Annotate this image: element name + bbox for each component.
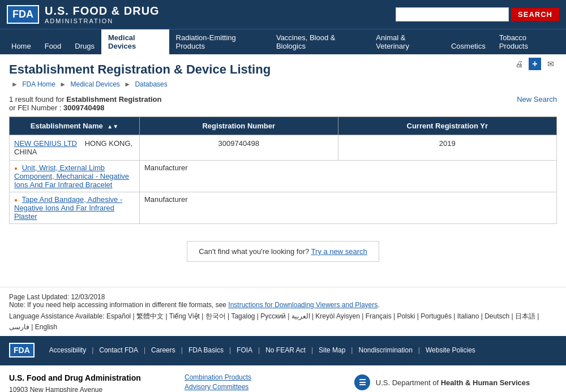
- footer-link-accessibility[interactable]: Accessibility: [44, 346, 92, 354]
- nav-radiation[interactable]: Radiation-Emitting Products: [169, 29, 269, 54]
- results-info: 1 result found for Establishment Registr…: [9, 95, 161, 112]
- breadcrumb-page[interactable]: Databases: [135, 80, 167, 88]
- nav-home[interactable]: Home: [5, 38, 38, 54]
- search-area: SEARCH: [396, 7, 559, 21]
- search-input[interactable]: [396, 7, 509, 21]
- note-text: Note: If you need help accessing informa…: [9, 301, 228, 309]
- footer-link-website-policies[interactable]: Website Policies: [420, 346, 481, 354]
- bottom-hhs: ☰ U.S. Department of Health & Human Serv…: [326, 373, 557, 392]
- footer-link-foia[interactable]: FOIA: [231, 346, 258, 354]
- page-title: Establishment Registration & Device List…: [9, 62, 557, 77]
- footer-link-site-map[interactable]: Site Map: [313, 346, 351, 354]
- sort-arrows: ▲▼: [107, 123, 118, 130]
- search-prompt-area: Can't find what you're looking for? Try …: [9, 241, 557, 262]
- toolbar-icons: 🖨 + ✉: [513, 58, 557, 70]
- footer-link-nondiscrimination[interactable]: Nondiscrimination: [353, 346, 418, 354]
- table-row: NEW GENIUS LTD HONG KONG, CHINA 30097404…: [10, 135, 557, 161]
- footer-link-fda-basics[interactable]: FDA Basics: [183, 346, 229, 354]
- agency-main-text: U.S. FOOD & DRUG: [45, 5, 160, 18]
- footer-fda-logo: FDA: [9, 343, 35, 357]
- footer-link-no-fear[interactable]: No FEAR Act: [260, 346, 311, 354]
- breadcrumb-sep2: ►: [124, 80, 132, 88]
- nav-drugs[interactable]: Drugs: [68, 38, 101, 54]
- product-row-1: ● Unit, Wrist, External Limb Component, …: [10, 161, 557, 192]
- main-content: Establishment Registration & Device List…: [0, 54, 566, 287]
- search-prompt-text: Can't find what you're looking for?: [199, 247, 309, 256]
- establishment-name-cell: NEW GENIUS LTD HONG KONG, CHINA: [10, 135, 140, 161]
- col-establishment[interactable]: Establishment Name ▲▼: [10, 117, 140, 135]
- col-curr-reg: Current Registration Yr: [338, 117, 556, 135]
- breadcrumb-home[interactable]: FDA Home: [22, 80, 55, 88]
- add-icon[interactable]: +: [529, 58, 541, 70]
- note-line: Note: If you need help accessing informa…: [9, 301, 557, 309]
- nav-vaccines[interactable]: Vaccines, Blood & Biologics: [269, 29, 369, 54]
- lang-label: Language Assistance Available:: [9, 312, 106, 320]
- svg-text:☰: ☰: [358, 378, 366, 387]
- bottom-org-info: U.S. Food and Drug Administration 10903 …: [9, 373, 168, 392]
- product-row-2: ● Tape And Bandage, Adhesive - Negative …: [10, 192, 557, 224]
- hhs-area: ☰ U.S. Department of Health & Human Serv…: [353, 373, 530, 391]
- results-bold: Establishment Registration: [66, 95, 161, 104]
- agency-name: U.S. FOOD & DRUG ADMINISTRATION: [45, 5, 160, 24]
- product-cell-2: ● Tape And Bandage, Adhesive - Negative …: [10, 192, 140, 224]
- bullet-icon-2: ●: [14, 197, 18, 203]
- results-table: Establishment Name ▲▼ Registration Numbe…: [9, 117, 557, 224]
- product-role-2: Manufacturer: [140, 192, 557, 224]
- search-button[interactable]: SEARCH: [511, 8, 559, 21]
- note-link[interactable]: Instructions for Downloading Viewers and…: [228, 301, 378, 309]
- nav-food[interactable]: Food: [38, 38, 68, 54]
- current-reg-year-cell: 2019: [338, 135, 556, 161]
- fei-number: 3009740498: [63, 104, 104, 112]
- logo-area: FDA U.S. FOOD & DRUG ADMINISTRATION: [7, 5, 160, 24]
- email-icon[interactable]: ✉: [544, 58, 557, 70]
- hhs-text: U.S. Department of Health & Human Servic…: [376, 378, 530, 387]
- search-prompt-box: Can't find what you're looking for? Try …: [187, 241, 379, 262]
- footer-link-contact[interactable]: Contact FDA: [93, 346, 144, 354]
- footer-info: Page Last Updated: 12/03/2018 Note: If y…: [0, 287, 566, 336]
- nav-tobacco[interactable]: Tobacco Products: [492, 29, 561, 54]
- print-icon[interactable]: 🖨: [513, 58, 525, 70]
- address1: 10903 New Hampshire Avenue: [9, 385, 168, 392]
- nav-animal[interactable]: Animal & Veterinary: [369, 29, 444, 54]
- results-mid: or FEI Number :: [9, 104, 63, 112]
- product-link-1[interactable]: Unit, Wrist, External Limb Component, Me…: [14, 163, 129, 189]
- breadcrumb-section[interactable]: Medical Devices: [70, 80, 119, 88]
- new-search-link[interactable]: New Search: [517, 95, 557, 104]
- fda-logo: FDA: [7, 5, 39, 24]
- bottom-footer: U.S. Food and Drug Administration 10903 …: [0, 364, 566, 392]
- site-header: FDA U.S. FOOD & DRUG ADMINISTRATION SEAR…: [0, 0, 566, 29]
- bottom-links: Combination Products Advisory Committees…: [185, 373, 309, 392]
- breadcrumb-sep1: ►: [59, 80, 68, 88]
- org-name: U.S. Food and Drug Administration: [9, 373, 168, 382]
- nav-medical-devices[interactable]: Medical Devices: [101, 29, 169, 54]
- nav-bar: Home Food Drugs Medical Devices Radiatio…: [0, 29, 566, 54]
- language-line: Language Assistance Available: Español |…: [9, 311, 557, 333]
- bullet-icon-1: ●: [14, 165, 18, 171]
- combination-products-link[interactable]: Combination Products: [185, 373, 309, 381]
- results-prefix: 1 result found for: [9, 95, 66, 104]
- reg-number-cell: 3009740498: [140, 135, 338, 161]
- last-updated: Page Last Updated: 12/03/2018: [9, 293, 557, 301]
- agency-sub-text: ADMINISTRATION: [45, 18, 160, 24]
- breadcrumb-arrow: ►: [11, 80, 18, 88]
- hhs-logo-icon: ☰: [353, 373, 371, 391]
- footer-nav: FDA Accessibility | Contact FDA | Career…: [0, 336, 566, 364]
- advisory-committees-link[interactable]: Advisory Committees: [185, 383, 309, 391]
- footer-link-careers[interactable]: Careers: [145, 346, 181, 354]
- product-cell-1: ● Unit, Wrist, External Limb Component, …: [10, 161, 140, 192]
- try-new-search-link[interactable]: Try a new search: [311, 247, 367, 256]
- nav-cosmetics[interactable]: Cosmetics: [444, 38, 492, 54]
- product-link-2[interactable]: Tape And Bandage, Adhesive - Negative Io…: [14, 195, 122, 221]
- footer-links: Accessibility | Contact FDA | Careers | …: [44, 346, 481, 354]
- col1-label: Establishment Name: [31, 122, 103, 130]
- breadcrumb: ► FDA Home ► Medical Devices ► Databases: [9, 80, 557, 88]
- product-role-1: Manufacturer: [140, 161, 557, 192]
- col-reg-num: Registration Number: [140, 117, 338, 135]
- establishment-name-link[interactable]: NEW GENIUS LTD: [14, 139, 77, 148]
